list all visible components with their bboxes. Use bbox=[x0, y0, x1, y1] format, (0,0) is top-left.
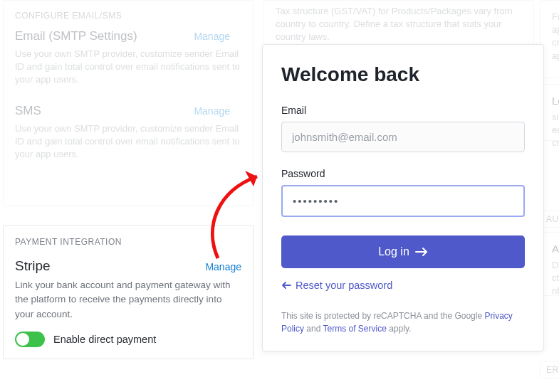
frag-dow: Dow bbox=[552, 259, 559, 272]
legal-and: and bbox=[304, 324, 323, 334]
payment-section-title: PAYMENT INTEGRATION bbox=[15, 237, 241, 247]
tax-desc: Tax structure (GST/VAT) for Products/Pac… bbox=[276, 5, 522, 44]
login-card: Welcome back Email Password Log in Reset… bbox=[262, 44, 544, 351]
frag-cred1: cred bbox=[552, 36, 559, 49]
frag-sign: sign bbox=[552, 111, 559, 124]
reset-password-label: Reset your password bbox=[296, 280, 392, 291]
reset-password-link[interactable]: Reset your password bbox=[281, 280, 525, 291]
toggle-label: Enable direct payment bbox=[53, 334, 156, 345]
sms-manage-link[interactable]: Manage bbox=[194, 105, 230, 117]
legal-suffix: apply. bbox=[387, 324, 411, 334]
config-card: CONFIGURE EMAIL/SMS Email (SMTP Settings… bbox=[3, 0, 254, 206]
email-label: Email bbox=[281, 105, 525, 116]
payment-desc: Link your bank account and payment gatew… bbox=[15, 278, 241, 322]
svg-marker-0 bbox=[245, 171, 257, 186]
email-settings-desc: Use your own SMTP provider, customize se… bbox=[15, 48, 241, 87]
password-label: Password bbox=[281, 168, 525, 179]
frag-app1: app bbox=[552, 23, 559, 36]
frag-er: ER bbox=[546, 365, 559, 375]
frag-creat: creat bbox=[552, 137, 559, 149]
frag-aud-title: Auc bbox=[552, 243, 559, 255]
right-frag-5: ER bbox=[540, 361, 559, 378]
frag-from: From bbox=[552, 11, 559, 23]
email-manage-link[interactable]: Manage bbox=[194, 31, 230, 42]
login-title: Welcome back bbox=[281, 63, 525, 86]
payment-card: PAYMENT INTEGRATION Stripe Manage Link y… bbox=[3, 225, 254, 359]
frag-nfo: nfo bbox=[552, 285, 559, 297]
frag-log: Log bbox=[552, 95, 559, 107]
frag-aud-upper: AUD bbox=[546, 214, 559, 224]
frag-ctiv: ctiv bbox=[552, 272, 559, 285]
sms-settings-title: SMS bbox=[15, 104, 241, 118]
legal-text: This site is protected by reCAPTCHA and … bbox=[281, 309, 525, 335]
direct-payment-toggle[interactable] bbox=[15, 332, 45, 347]
login-button[interactable]: Log in bbox=[281, 235, 525, 268]
frag-edit: edit bbox=[552, 124, 559, 137]
arrow-right-icon bbox=[415, 247, 428, 257]
frag-app2: app bbox=[552, 50, 559, 63]
password-field[interactable] bbox=[281, 185, 525, 217]
toggle-knob bbox=[16, 333, 29, 346]
tax-card: Tax structure (GST/VAT) for Products/Pac… bbox=[263, 0, 534, 46]
arrow-left-icon bbox=[281, 281, 291, 290]
email-field[interactable] bbox=[281, 122, 525, 152]
login-button-label: Log in bbox=[378, 245, 409, 258]
email-settings-title: Email (SMTP Settings) bbox=[15, 29, 241, 43]
config-section-title: CONFIGURE EMAIL/SMS bbox=[15, 11, 241, 21]
sms-settings-desc: Use your own SMTP provider, customize se… bbox=[15, 122, 241, 161]
payment-manage-link[interactable]: Manage bbox=[205, 261, 241, 272]
legal-prefix: This site is protected by reCAPTCHA and … bbox=[281, 311, 484, 321]
terms-link[interactable]: Terms of Service bbox=[323, 324, 387, 334]
